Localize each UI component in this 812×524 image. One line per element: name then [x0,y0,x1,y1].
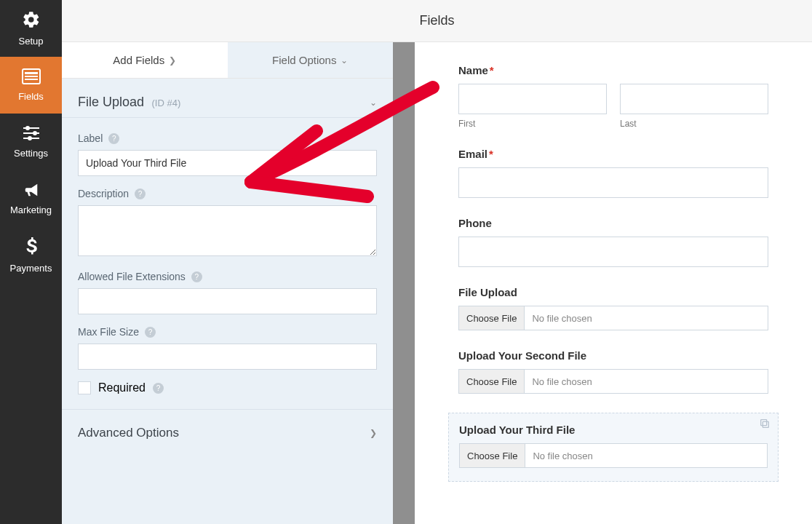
advanced-label: Advanced Options [78,426,179,440]
choose-file-button[interactable]: Choose File [459,306,525,330]
file-status-text: No file chosen [525,450,600,461]
dollar-icon [24,237,39,258]
file-status-text: No file chosen [525,376,599,387]
field-label: Name [458,64,488,76]
required-checkbox[interactable] [78,381,91,394]
svg-point-7 [33,131,37,135]
chevron-down-icon: ⌄ [341,55,348,66]
preview-field-file-1[interactable]: File Upload Choose File No file chosen [458,286,768,330]
tab-field-options[interactable]: Field Options ⌄ [228,42,394,78]
allowed-ext-label: Allowed File Extensions [78,271,186,282]
allowed-ext-input[interactable] [78,288,377,314]
sidebar-item-label: Payments [10,263,52,274]
sliders-icon [22,125,41,143]
last-name-input[interactable] [620,84,768,114]
topbar: Fields [62,0,812,42]
duplicate-icon[interactable] [759,418,771,432]
preview-field-file-3-selected[interactable]: Upload Your Third File Choose File No fi… [448,413,779,482]
email-input[interactable] [458,167,768,198]
label-input[interactable] [78,150,377,176]
description-input[interactable] [78,205,377,256]
field-label: File Upload [458,286,517,298]
first-name-input[interactable] [458,84,607,114]
description-label: Description [78,188,129,199]
field-label: Upload Your Second File [458,349,586,362]
tab-label: Add Fields [113,54,164,66]
svg-rect-3 [25,79,38,80]
left-panel: Add Fields ❯ Field Options ⌄ File Upload… [62,42,393,524]
svg-rect-11 [761,420,767,426]
sidebar-item-setup[interactable]: Setup [0,0,62,57]
file-input[interactable]: Choose File No file chosen [458,306,768,330]
field-label: Upload Your Third File [459,424,575,436]
sublabel-last: Last [620,119,768,129]
help-icon[interactable]: ? [145,327,156,338]
label-label: Label [78,132,103,144]
tab-add-fields[interactable]: Add Fields ❯ [62,42,228,78]
chevron-right-icon: ❯ [370,428,377,438]
required-label: Required [98,381,146,394]
svg-rect-10 [763,421,768,427]
form-preview: Name* First Last Email* [415,42,812,524]
sidebar-item-label: Settings [14,148,48,159]
sidebar-item-label: Marketing [10,205,52,215]
page-title: Fields [419,13,454,28]
chevron-right-icon: ❯ [169,55,176,66]
help-icon[interactable]: ? [135,188,146,199]
sidebar-item-label: Setup [19,36,44,47]
sidebar-item-payments[interactable]: Payments [0,227,62,284]
help-icon[interactable]: ? [108,133,119,144]
sidebar-item-settings[interactable]: Settings [0,114,62,170]
phone-input[interactable] [458,237,768,267]
svg-rect-2 [25,76,38,77]
required-asterisk: * [490,64,494,76]
svg-point-5 [25,126,30,130]
required-asterisk: * [489,148,493,160]
bullhorn-icon [22,182,41,200]
file-input[interactable]: Choose File No file chosen [458,369,768,394]
chevron-down-icon: ⌄ [370,98,377,108]
sidebar-item-marketing[interactable]: Marketing [0,170,62,227]
section-title: File Upload [78,95,144,109]
help-icon[interactable]: ? [191,271,202,282]
file-input[interactable]: Choose File No file chosen [459,443,768,468]
advanced-options-toggle[interactable]: Advanced Options ❯ [62,409,393,456]
max-size-label: Max File Size [78,326,139,338]
gear-icon [22,10,41,31]
main-area: Fields Add Fields ❯ Field Options ⌄ File… [62,0,812,524]
form-icon [22,68,41,87]
sidebar-item-fields[interactable]: Fields [0,57,62,114]
sublabel-first: First [458,119,607,129]
tab-label: Field Options [272,54,336,66]
sidebar-item-label: Fields [18,91,44,102]
field-label: Email [458,148,487,160]
section-header[interactable]: File Upload (ID #4) ⌄ [62,79,393,118]
choose-file-button[interactable]: Choose File [459,370,525,393]
help-icon[interactable]: ? [153,383,164,394]
sidebar: Setup Fields Settings Marketing Payments [0,0,62,524]
preview-field-phone[interactable]: Phone [458,217,768,267]
field-label: Phone [458,217,492,229]
panel-divider [393,42,415,524]
choose-file-button[interactable]: Choose File [460,444,525,467]
preview-field-name[interactable]: Name* First Last [458,64,768,129]
section-id: (ID #4) [152,98,181,108]
svg-rect-1 [25,72,38,74]
preview-field-file-2[interactable]: Upload Your Second File Choose File No f… [458,349,768,394]
file-status-text: No file chosen [525,313,599,324]
svg-point-9 [28,136,32,140]
max-size-input[interactable] [78,344,377,370]
preview-field-email[interactable]: Email* [458,148,768,198]
